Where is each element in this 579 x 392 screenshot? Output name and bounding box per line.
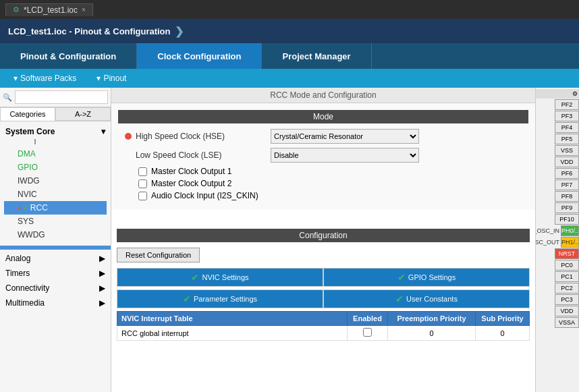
search-input[interactable]: [15, 90, 108, 104]
sidebar-item-multimedia-label: Multimedia: [5, 298, 45, 308]
tab-pinout[interactable]: Pinout & Configuration: [0, 43, 137, 69]
pin-pf10[interactable]: PF10: [536, 214, 579, 225]
hse-label: High Speed Clock (HSE): [136, 132, 271, 141]
tab-gpio-settings[interactable]: ✔ GPIO Settings: [323, 268, 530, 287]
chevron-right-icon-analog: ▶: [99, 254, 105, 263]
tab-clock[interactable]: Clock Configuration: [137, 43, 262, 69]
sidebar-item-connectivity[interactable]: Connectivity ▶: [0, 281, 111, 296]
pin-pf2[interactable]: PF2: [536, 99, 579, 110]
pin-vdd2[interactable]: VDD: [536, 306, 579, 316]
main-layout: 🔍 Categories A->Z System Core ▾ DMA: [0, 88, 579, 392]
sub-nav-pinout[interactable]: ▾ Pinout: [96, 74, 126, 83]
pin-vss[interactable]: VSS: [536, 145, 579, 156]
user-check-icon: ✔: [395, 293, 404, 304]
hse-select[interactable]: Crystal/Ceramic Resonator Disable BYPASS…: [271, 129, 419, 144]
config-section: Configuration Reset Configuration ✔ NVIC…: [111, 223, 535, 346]
tab-project[interactable]: Project Manager: [262, 43, 371, 69]
title-bar: ⚙ *LCD_test1.ioc ×: [0, 0, 579, 19]
col-nvic-table: NVIC Interrupt Table: [117, 312, 348, 326]
pin-box-ph1: PH1/..: [561, 237, 579, 248]
pin-ph1[interactable]: RCC_OSC_OUT PH1/..: [536, 237, 579, 248]
col-enabled: Enabled: [348, 312, 388, 326]
mco2-label: Master Clock Output 2: [151, 179, 231, 188]
hse-row: High Speed Clock (HSE) Crystal/Ceramic R…: [118, 129, 528, 144]
pin-nrst[interactable]: NRST: [536, 248, 579, 259]
chevron-right-icon-multimedia: ▶: [99, 298, 105, 308]
sidebar-item-dma[interactable]: DMA: [4, 147, 107, 161]
lse-select[interactable]: Disable Crystal/Ceramic Resonator BYPASS…: [271, 148, 419, 163]
lse-label: Low Speed Clock (LSE): [136, 150, 271, 160]
nvic-check-icon: ✔: [191, 272, 199, 283]
pin-pf5[interactable]: PF5: [536, 134, 579, 144]
pin-vssa[interactable]: VSSA: [536, 317, 579, 328]
sidebar-item-connectivity-label: Connectivity: [5, 283, 49, 293]
sidebar-item-sys[interactable]: SYS: [4, 215, 107, 228]
pin-pc1[interactable]: PC1: [536, 271, 579, 282]
i2s-label: Audio Clock Input (I2S_CKIN): [151, 191, 258, 200]
tab-gpio-label: GPIO Settings: [408, 273, 456, 281]
tab-project-label: Project Manager: [282, 51, 350, 61]
sidebar-item-nvic[interactable]: NVIC: [4, 188, 107, 201]
pin-box-pc3: PC3: [555, 294, 579, 305]
sidebar-tab-bar: Categories A->Z: [0, 107, 111, 121]
pin-diagram-header: ⚙: [536, 89, 579, 99]
pin-pc0[interactable]: PC0: [536, 260, 579, 271]
pin-label-rcc-osc-out: RCC_OSC_OUT: [535, 239, 559, 246]
row-sub: 0: [476, 326, 530, 341]
row-enabled: [348, 326, 388, 341]
settings-tabs-row2: ✔ Parameter Settings ✔ User Constants: [117, 289, 530, 308]
sidebar-item-timers[interactable]: Timers ▶: [0, 266, 111, 281]
sub-nav-chevron-1: ▾: [13, 74, 18, 83]
sidebar-item-wwdg[interactable]: WWDG: [4, 228, 107, 242]
sidebar-item-iwdg[interactable]: IWDG: [4, 174, 107, 188]
sidebar-item-wwdg-label: WWDG: [18, 230, 45, 240]
pin-box-pf3: PF3: [555, 111, 579, 121]
sidebar-item-analog[interactable]: Analog ▶: [0, 251, 111, 266]
sidebar-item-nvic-label: NVIC: [18, 190, 37, 199]
tab-user-constants[interactable]: ✔ User Constants: [323, 289, 530, 308]
pin-ph0[interactable]: RCC_OSC_IN PH0/..: [536, 225, 579, 236]
sidebar: 🔍 Categories A->Z System Core ▾ DMA: [0, 88, 111, 392]
pin-box-vssa: VSSA: [555, 317, 579, 328]
tab-nvic-settings[interactable]: ✔ NVIC Settings: [117, 268, 323, 287]
reset-config-button[interactable]: Reset Configuration: [117, 248, 200, 262]
sidebar-item-multimedia[interactable]: Multimedia ▶: [0, 296, 111, 310]
pin-pf9[interactable]: PF9: [536, 202, 579, 213]
tab-pinout-label: Pinout & Configuration: [20, 51, 116, 61]
sidebar-item-gpio-label: GPIO: [18, 163, 38, 172]
mco1-checkbox[interactable]: [138, 167, 147, 176]
sub-nav-pinout-label: Pinout: [103, 74, 126, 83]
pin-box-pf4: PF4: [555, 122, 579, 133]
i2s-checkbox[interactable]: [138, 192, 147, 200]
pin-pc3[interactable]: PC3: [536, 294, 579, 305]
section-system-core-header[interactable]: System Core ▾: [4, 124, 107, 139]
tab-param-settings[interactable]: ✔ Parameter Settings: [117, 289, 323, 308]
file-tab[interactable]: ⚙ *LCD_test1.ioc ×: [5, 3, 93, 16]
pin-pf6[interactable]: PF6: [536, 168, 579, 179]
sidebar-item-dma-label: DMA: [18, 149, 36, 159]
close-icon[interactable]: ×: [82, 6, 86, 13]
sub-nav-software-packs[interactable]: ▾ Software Packs: [13, 74, 76, 83]
mco2-checkbox[interactable]: [138, 179, 147, 188]
enabled-checkbox[interactable]: [363, 328, 372, 337]
pin-pf7[interactable]: PF7: [536, 179, 579, 190]
pin-pf8[interactable]: PF8: [536, 191, 579, 202]
section-system-core: System Core ▾ DMA GPIO IWDG NVIC ● ✔ RCC: [0, 121, 111, 244]
sidebar-item-rcc[interactable]: ● ✔ RCC: [4, 201, 107, 215]
sidebar-search-bar: 🔍: [0, 88, 111, 107]
sidebar-tab-atoz[interactable]: A->Z: [55, 107, 111, 121]
mode-spacer: [111, 210, 535, 223]
content-header: RCC Mode and Configuration: [111, 88, 535, 103]
chevron-right-icon-connectivity: ▶: [99, 283, 105, 293]
pin-pf4[interactable]: PF4: [536, 122, 579, 133]
chevron-down-icon: ▾: [101, 127, 105, 136]
pin-pf3[interactable]: PF3: [536, 111, 579, 121]
mco1-row: Master Clock Output 1: [118, 167, 528, 176]
pin-pc2[interactable]: PC2: [536, 283, 579, 293]
scrollbar[interactable]: [0, 246, 111, 250]
sidebar-item-gpio[interactable]: GPIO: [4, 161, 107, 174]
sidebar-tab-categories[interactable]: Categories: [0, 107, 55, 121]
pin-vdd[interactable]: VDD: [536, 157, 579, 167]
pin-box-pf10: PF10: [555, 214, 579, 225]
sidebar-item-timers-label: Timers: [5, 269, 30, 278]
